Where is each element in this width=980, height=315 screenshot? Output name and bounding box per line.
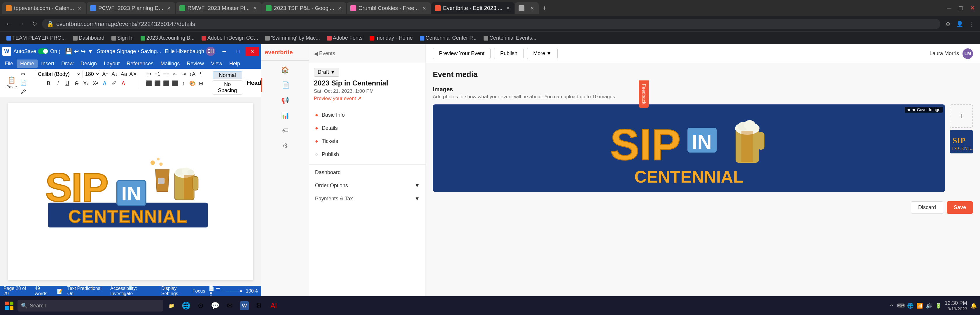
bold-button[interactable]: B (45, 80, 53, 88)
publish-button[interactable]: Publish (494, 48, 523, 59)
taskbar-clock[interactable]: 12:30 PM 9/19/2023 (945, 300, 967, 311)
format-painter-button[interactable]: 🖌 (19, 88, 27, 95)
style-normal[interactable]: Normal (213, 72, 242, 80)
tab-eventbrite[interactable]: Eventbrite - Edit 2023 ... ✕ (431, 2, 514, 14)
menu-view[interactable]: View (207, 59, 226, 68)
line-spacing-button[interactable]: ↕ (180, 80, 188, 88)
sidebar-events-icon[interactable]: 📄 (261, 78, 309, 92)
bookmark-indesign[interactable]: Adobe InDesign CC... (199, 34, 261, 42)
decrease-indent-button[interactable]: ⇤ (171, 70, 179, 78)
tab-close-crumbl[interactable]: ✕ (421, 5, 427, 12)
tab-close-pcwf[interactable]: ✕ (165, 5, 172, 12)
undo-icon[interactable]: ↩ (74, 48, 79, 55)
cut-button[interactable]: ✂ (19, 70, 27, 78)
preview-your-event-button[interactable]: Preview Your Event (433, 48, 491, 59)
zoom-slider[interactable]: ────● (226, 288, 242, 294)
menu-review[interactable]: Review (183, 59, 207, 68)
address-bar[interactable]: 🔒 eventbrite.com/manage/events/722243250… (42, 19, 940, 29)
accessibility-status[interactable]: Accessibility: Investigate (110, 286, 157, 296)
menu-mailings[interactable]: Mailings (157, 59, 183, 68)
font-increase-button[interactable]: A↑ (101, 70, 110, 78)
superscript-button[interactable]: X² (91, 80, 99, 88)
font-size-selector[interactable]: 180 (83, 70, 100, 78)
strikethrough-button[interactable]: S (73, 80, 81, 88)
volume-icon[interactable]: 🔊 (925, 302, 933, 310)
browser-menu-button[interactable]: ⋮ (966, 19, 977, 29)
discard-button[interactable]: Discard (911, 201, 943, 214)
underline-button[interactable]: U (63, 80, 72, 88)
reload-button[interactable]: ↻ (29, 19, 40, 29)
increase-indent-button[interactable]: ⇥ (180, 70, 188, 78)
numbering-button[interactable]: ≡1 (153, 70, 162, 78)
sort-button[interactable]: ↕A (188, 70, 197, 78)
events-back-link[interactable]: ◀ Events (314, 51, 335, 57)
menu-layout[interactable]: Layout (100, 59, 123, 68)
profile-button[interactable]: 👤 (955, 19, 965, 29)
word-maximize[interactable]: □ (232, 47, 245, 56)
text-highlight-button[interactable]: 🖊 (110, 80, 118, 88)
keyboard-icon[interactable]: ⌨ (897, 302, 905, 310)
feedback-tab[interactable]: Feedback (639, 81, 649, 108)
nav-order-options[interactable]: Order Options ▼ (309, 179, 426, 192)
nav-publish[interactable]: ○ Publish (309, 148, 426, 161)
bookmark-monday[interactable]: monday - Home (367, 34, 415, 42)
clear-format-button[interactable]: A✕ (129, 70, 137, 78)
font-selector[interactable]: Calibri (Body) (35, 70, 81, 78)
nav-dashboard[interactable]: Dashboard (309, 166, 426, 179)
image-thumbnail-1[interactable]: SIP IN CENT... (950, 130, 973, 153)
taskbar-app-chrome[interactable]: ⊙ (194, 299, 208, 313)
taskbar-app-word[interactable]: W (237, 299, 251, 313)
menu-file[interactable]: File (1, 59, 17, 68)
start-button[interactable] (2, 299, 16, 313)
extensions-button[interactable]: ⊕ (943, 19, 953, 29)
tab-rmwf[interactable]: RMWF_2023 Master Pl... ✕ (176, 2, 262, 14)
align-right-button[interactable]: ⬛ (162, 80, 170, 88)
minimize-button[interactable]: ─ (944, 3, 955, 13)
focus-mode[interactable]: Focus (192, 288, 205, 294)
tab-tppevents[interactable]: tppevents.com - Calen... ✕ (2, 2, 86, 14)
nav-tickets[interactable]: ● Tickets (309, 135, 426, 148)
customize-icon[interactable]: ▼ (88, 48, 93, 55)
align-center-button[interactable]: ⬛ (153, 80, 162, 88)
nav-basic-info[interactable]: ● Basic Info (309, 108, 426, 122)
italic-button[interactable]: I (54, 80, 62, 88)
nav-details[interactable]: ● Details (309, 122, 426, 135)
preview-event-link[interactable]: Preview your event ↗ (314, 95, 421, 102)
more-button[interactable]: More ▼ (527, 48, 558, 59)
subscript-button[interactable]: X₂ (82, 80, 90, 88)
menu-home[interactable]: Home (17, 59, 38, 68)
copy-button[interactable]: 📄 (19, 79, 27, 87)
wifi-icon[interactable]: 📶 (916, 302, 924, 310)
battery-icon[interactable]: 🔋 (934, 302, 942, 310)
menu-help[interactable]: Help (226, 59, 243, 68)
sidebar-badge-icon[interactable]: 🏷 (261, 124, 309, 138)
style-no-spacing[interactable]: No Spacing (213, 81, 242, 94)
forward-button[interactable]: → (16, 19, 27, 29)
tab-tsf[interactable]: 2023 TSF P&L - Googl... ✕ (262, 2, 346, 14)
taskbar-app-teams[interactable]: 💬 (208, 299, 222, 313)
justify-button[interactable]: ⬛ (171, 80, 179, 88)
change-case-button[interactable]: Aa (120, 70, 128, 78)
bookmark-centennial-center[interactable]: Centennial Center P... (417, 34, 479, 42)
taskbar-app-edge[interactable]: 🌐 (179, 299, 193, 313)
bookmark-adobe-fonts[interactable]: Adobe Fonts (324, 34, 366, 42)
menu-draw[interactable]: Draw (58, 59, 77, 68)
close-button[interactable]: ✕ (967, 3, 978, 13)
borders-button[interactable]: ⊞ (197, 80, 205, 88)
bullets-button[interactable]: ≡• (145, 70, 153, 78)
bookmark-dashboard[interactable]: Dashboard (70, 34, 107, 42)
bookmark-centennial-events[interactable]: Centennial Events... (480, 34, 539, 42)
menu-design[interactable]: Design (77, 59, 100, 68)
maximize-button[interactable]: □ (956, 3, 966, 13)
bookmark-signin[interactable]: Sign In (108, 34, 137, 42)
align-left-button[interactable]: ⬛ (145, 80, 153, 88)
chevron-up-icon[interactable]: ^ (888, 302, 896, 310)
bookmark-accounting[interactable]: 2023 Accounting B... (138, 34, 197, 42)
taskbar-search-bar[interactable]: 🔍 Search (18, 300, 163, 312)
taskbar-app-adobe[interactable]: Ai (267, 299, 281, 313)
save-icon[interactable]: 💾 (65, 48, 72, 55)
taskbar-app-file-explorer[interactable]: 📁 (164, 299, 178, 313)
taskbar-app-mail[interactable]: ✉ (223, 299, 237, 313)
show-hide-button[interactable]: ¶ (197, 70, 205, 78)
tab-pcwf[interactable]: PCWF_2023 Planning D... ✕ (87, 2, 175, 14)
